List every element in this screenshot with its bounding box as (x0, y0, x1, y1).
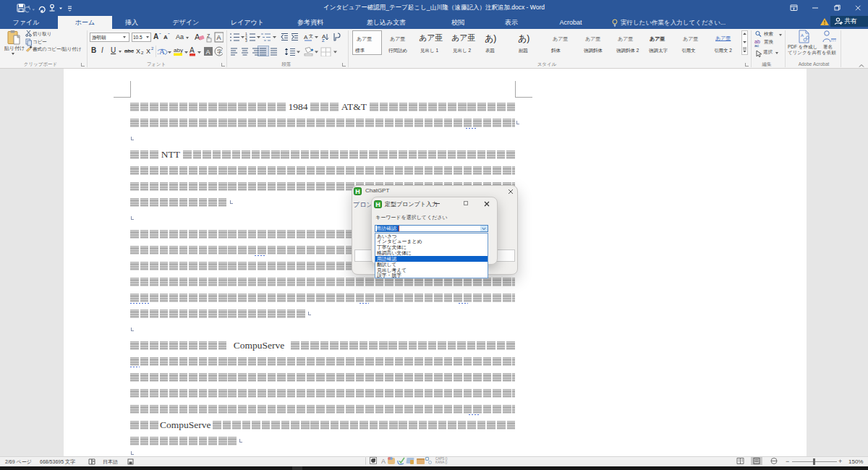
svg-text:3: 3 (245, 38, 247, 43)
svg-text:aby: aby (174, 47, 183, 54)
svg-text:A: A (801, 33, 804, 38)
svg-text:A: A (206, 48, 210, 56)
svg-text:A: A (217, 34, 221, 41)
svg-text:A: A (159, 47, 165, 56)
svg-text:文: 文 (309, 33, 313, 38)
svg-text:Z: Z (207, 33, 210, 38)
svg-text:字: 字 (217, 49, 222, 54)
svg-text:Z: Z (322, 38, 325, 43)
svg-text:A: A (304, 34, 308, 40)
svg-text:A: A (190, 46, 195, 54)
svg-text:ac: ac (754, 43, 759, 48)
